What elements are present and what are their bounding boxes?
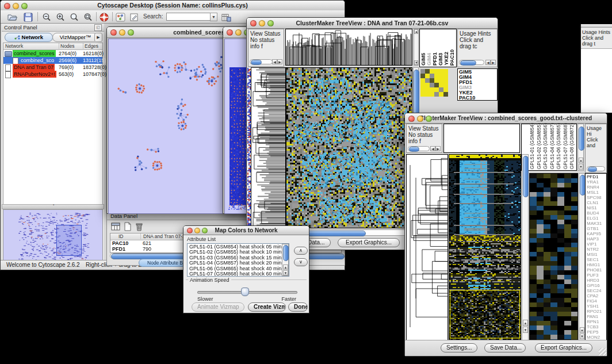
gene-label[interactable]: VIP1	[586, 242, 606, 247]
gene-label[interactable]: BUD4	[586, 210, 606, 216]
gene-label[interactable]: PEP5	[586, 329, 606, 335]
gene-label[interactable]: PAN1	[586, 314, 606, 319]
col-header-edges[interactable]: Edges	[83, 43, 98, 49]
gene-label[interactable]: KAP95	[586, 231, 606, 236]
scroll-up-icon[interactable]: ▲	[523, 320, 528, 326]
scroll-up-icon[interactable]: ▲	[580, 327, 584, 333]
close-button[interactable]	[187, 228, 193, 233]
gene-dendrogram-canvas[interactable]	[407, 155, 447, 340]
hscroll-thumb[interactable]	[460, 60, 476, 66]
gene-label[interactable]: GTB1	[586, 226, 606, 231]
zoom-button[interactable]	[267, 20, 274, 26]
network-row[interactable]: RNAPuberNov2+! 563(0) 107847(0)	[3, 71, 102, 78]
zoom-button[interactable]	[426, 116, 432, 122]
gene-label[interactable]: PFD1	[586, 174, 606, 179]
speed-slider-thumb[interactable]	[241, 288, 249, 296]
close-button[interactable]	[110, 29, 117, 36]
heatmap-zoom-pane[interactable]	[529, 173, 578, 340]
gene-label[interactable]: YSH1	[586, 304, 606, 309]
gene-dendrogram-pane[interactable]	[406, 154, 448, 340]
gene-label[interactable]: GPI16	[586, 283, 606, 288]
col-header-nodes[interactable]: Nodes	[59, 43, 75, 49]
column-dendrogram-pane[interactable]	[443, 124, 520, 153]
status-hscrollbar[interactable]	[250, 59, 273, 64]
help-lifering-icon[interactable]	[100, 13, 109, 22]
gene-label[interactable]: MSL1	[586, 190, 606, 195]
gene-label[interactable]: PUF3	[586, 273, 606, 278]
zoom-vscrollbar[interactable]: ▲ ▼	[579, 173, 585, 340]
annotation-icon[interactable]	[129, 13, 139, 22]
search-dropdown-icon[interactable]: ▼	[210, 13, 217, 21]
attribute-select-icon[interactable]	[111, 222, 121, 231]
scroll-down-icon[interactable]: ▼	[580, 334, 584, 339]
gene-label[interactable]: MSI1	[586, 252, 606, 257]
import-table-icon[interactable]	[221, 13, 231, 22]
gene-label[interactable]: SEC1	[586, 257, 606, 262]
gene-label[interactable]: FIG4	[586, 298, 606, 304]
vizmapper-nodes-icon[interactable]	[116, 13, 125, 22]
hscroll-thumb[interactable]	[409, 147, 419, 152]
heatmap-zoom-view[interactable]	[420, 69, 448, 97]
gene-label[interactable]: YRA1	[586, 179, 606, 185]
create-vizmap-button[interactable]: Create Vizmap	[248, 302, 286, 312]
done-button[interactable]: Done	[288, 302, 308, 312]
export-graphics-button[interactable]: Export Graphics...	[535, 343, 592, 352]
gene-label[interactable]: RNR4	[586, 185, 606, 190]
dendrogram-vscrollbar[interactable]: ▲ ▼	[414, 29, 419, 66]
zoom-button[interactable]	[202, 228, 208, 233]
gene-label[interactable]: HAP3	[586, 236, 606, 242]
open-file-icon[interactable]	[7, 13, 17, 22]
close-button[interactable]	[408, 116, 415, 122]
hints-hscrollbar[interactable]	[587, 166, 605, 171]
status-hscrollbar[interactable]	[408, 146, 430, 151]
gene-label[interactable]: CPA2	[586, 293, 606, 298]
animate-vizmap-button[interactable]: Animate Vizmap	[192, 302, 244, 312]
zoom-button[interactable]	[21, 3, 28, 9]
export-graphics-button[interactable]: Export Graphics...	[338, 238, 400, 247]
labels-vscrollbar[interactable]: ▲ ▼	[577, 124, 584, 171]
gene-label[interactable]: NTR2	[586, 247, 606, 252]
gene-label[interactable]: MON2	[586, 335, 606, 340]
vscroll-thumb[interactable]	[579, 127, 584, 151]
minimize-button[interactable]	[13, 3, 19, 9]
scroll-up-icon[interactable]: ▲	[414, 29, 418, 34]
heatmap-global-canvas[interactable]	[449, 155, 521, 340]
hints-hscrollbar[interactable]	[459, 60, 484, 65]
heatmap-vscrollbar[interactable]: ▲ ▼	[522, 154, 529, 340]
save-session-icon[interactable]	[24, 13, 33, 22]
zoom-out-icon[interactable]	[42, 13, 52, 22]
save-data-button[interactable]: Save Data...	[484, 343, 526, 352]
network-row[interactable]: DNA and Tran 07 769(0) 183728(0)	[3, 64, 102, 71]
gene-label[interactable]: RPN1	[586, 319, 606, 324]
zoom-in-icon[interactable]	[56, 13, 66, 22]
resize-grip[interactable]	[599, 348, 606, 355]
gene-label[interactable]: SEC24	[586, 288, 606, 293]
scroll-right-icon[interactable]: ▶	[277, 59, 282, 64]
gene-dendrogram-canvas[interactable]	[251, 68, 285, 228]
gene-label[interactable]: PHO81	[586, 267, 606, 273]
vscroll-thumb[interactable]	[523, 156, 529, 197]
move-down-button[interactable]: ∨	[294, 258, 308, 266]
attribute-listbox[interactable]: GPL51-01 (GSM854) heat shock 05 minGPL51…	[187, 243, 289, 277]
hscroll-thumb[interactable]	[588, 167, 597, 172]
tab-network[interactable]: Network	[5, 33, 53, 42]
network-overview-thumbnail[interactable]	[3, 209, 103, 265]
heatmap-zoom-canvas[interactable]	[530, 174, 577, 340]
col-header-network[interactable]: Network	[5, 43, 23, 49]
gene-label[interactable]: CLN1	[586, 200, 606, 205]
settings-button[interactable]: Settings...	[441, 343, 477, 352]
scroll-left-icon[interactable]: ◀	[272, 59, 277, 64]
scroll-left-icon[interactable]: ◀	[485, 60, 491, 65]
scroll-down-icon[interactable]: ▼	[414, 60, 418, 65]
minimize-button[interactable]	[235, 29, 242, 36]
hscroll-thumb[interactable]	[251, 60, 262, 65]
close-button[interactable]	[4, 3, 10, 9]
close-button[interactable]	[250, 20, 257, 26]
zoom-selected-icon[interactable]	[83, 13, 93, 22]
column-dendrogram-canvas[interactable]	[286, 29, 412, 65]
column-dendrogram-pane[interactable]	[285, 29, 412, 66]
row-label[interactable]: PAC10	[458, 95, 497, 101]
scroll-down-icon[interactable]: ▼	[283, 270, 288, 275]
minimize-button[interactable]	[417, 116, 423, 122]
scroll-down-icon[interactable]: ▼	[579, 164, 583, 170]
